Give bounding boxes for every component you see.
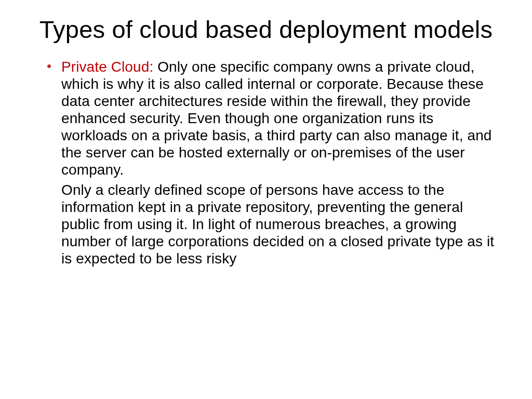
slide-title: Types of cloud based deployment models	[36, 16, 496, 44]
bullet-term: Private Cloud:	[61, 59, 153, 75]
bullet-item: Private Cloud: Only one specific company…	[47, 58, 496, 178]
slide-content: Private Cloud: Only one specific company…	[36, 58, 496, 267]
bullet-paragraph-2: Only a clearly defined scope of persons …	[61, 181, 496, 267]
slide-container: Types of cloud based deployment models P…	[0, 0, 532, 399]
continuation-block: Only a clearly defined scope of persons …	[47, 181, 496, 267]
bullet-paragraph-1: Private Cloud: Only one specific company…	[61, 58, 496, 178]
bullet-text-1: Only one specific company owns a private…	[61, 59, 492, 178]
